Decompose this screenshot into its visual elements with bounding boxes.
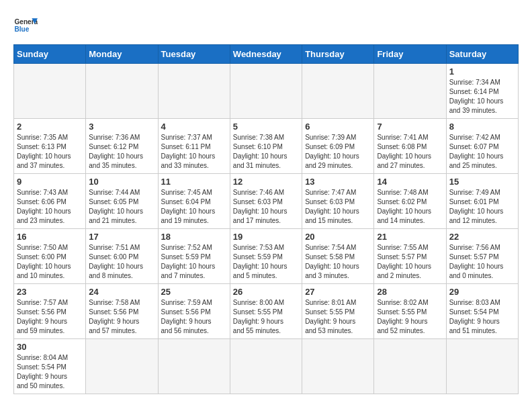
weekday-thursday: Thursday (302, 45, 374, 64)
day-info: Sunrise: 7:58 AM Sunset: 5:56 PM Dayligh… (89, 298, 154, 336)
day-info: Sunrise: 7:39 AM Sunset: 6:09 PM Dayligh… (305, 133, 371, 171)
calendar-cell: 7Sunrise: 7:41 AM Sunset: 6:08 PM Daylig… (374, 119, 446, 174)
logo: General Blue (13, 13, 38, 38)
calendar-cell: 6Sunrise: 7:39 AM Sunset: 6:09 PM Daylig… (302, 119, 374, 174)
day-number: 29 (449, 287, 515, 297)
calendar-cell: 27Sunrise: 8:01 AM Sunset: 5:55 PM Dayli… (302, 284, 374, 339)
calendar-cell: 11Sunrise: 7:45 AM Sunset: 6:04 PM Dayli… (158, 174, 230, 229)
calendar-cell (230, 339, 302, 394)
day-info: Sunrise: 7:54 AM Sunset: 5:58 PM Dayligh… (305, 243, 371, 281)
day-info: Sunrise: 7:59 AM Sunset: 5:56 PM Dayligh… (161, 298, 227, 336)
calendar-cell: 24Sunrise: 7:58 AM Sunset: 5:56 PM Dayli… (86, 284, 158, 339)
day-info: Sunrise: 8:00 AM Sunset: 5:55 PM Dayligh… (233, 298, 299, 336)
day-number: 21 (377, 232, 443, 242)
calendar-row: 9Sunrise: 7:43 AM Sunset: 6:06 PM Daylig… (14, 174, 519, 229)
calendar-cell (230, 64, 302, 119)
calendar-cell (374, 64, 446, 119)
calendar-cell: 10Sunrise: 7:44 AM Sunset: 6:05 PM Dayli… (86, 174, 158, 229)
calendar-cell: 9Sunrise: 7:43 AM Sunset: 6:06 PM Daylig… (14, 174, 86, 229)
day-info: Sunrise: 7:57 AM Sunset: 5:56 PM Dayligh… (17, 298, 83, 336)
day-info: Sunrise: 7:48 AM Sunset: 6:02 PM Dayligh… (377, 188, 443, 226)
day-info: Sunrise: 7:55 AM Sunset: 5:57 PM Dayligh… (377, 243, 443, 281)
day-info: Sunrise: 7:44 AM Sunset: 6:05 PM Dayligh… (89, 188, 154, 226)
calendar-cell: 19Sunrise: 7:53 AM Sunset: 5:59 PM Dayli… (230, 229, 302, 284)
day-number: 18 (161, 232, 227, 242)
day-info: Sunrise: 7:50 AM Sunset: 6:00 PM Dayligh… (17, 243, 83, 281)
calendar-row: 16Sunrise: 7:50 AM Sunset: 6:00 PM Dayli… (14, 229, 519, 284)
calendar-cell (158, 339, 230, 394)
day-number: 26 (233, 287, 299, 297)
calendar-cell: 17Sunrise: 7:51 AM Sunset: 6:00 PM Dayli… (86, 229, 158, 284)
calendar-cell: 29Sunrise: 8:03 AM Sunset: 5:54 PM Dayli… (446, 284, 518, 339)
day-number: 6 (305, 122, 371, 132)
day-info: Sunrise: 7:41 AM Sunset: 6:08 PM Dayligh… (377, 133, 443, 171)
calendar-cell: 20Sunrise: 7:54 AM Sunset: 5:58 PM Dayli… (302, 229, 374, 284)
day-info: Sunrise: 7:37 AM Sunset: 6:11 PM Dayligh… (161, 133, 227, 171)
calendar-cell: 23Sunrise: 7:57 AM Sunset: 5:56 PM Dayli… (14, 284, 86, 339)
day-number: 12 (233, 177, 299, 187)
day-info: Sunrise: 8:03 AM Sunset: 5:54 PM Dayligh… (449, 298, 515, 336)
calendar-cell: 2Sunrise: 7:35 AM Sunset: 6:13 PM Daylig… (14, 119, 86, 174)
calendar-cell: 26Sunrise: 8:00 AM Sunset: 5:55 PM Dayli… (230, 284, 302, 339)
day-info: Sunrise: 7:52 AM Sunset: 5:59 PM Dayligh… (161, 243, 227, 281)
calendar-cell: 13Sunrise: 7:47 AM Sunset: 6:03 PM Dayli… (302, 174, 374, 229)
weekday-header: SundayMondayTuesdayWednesdayThursdayFrid… (14, 45, 519, 64)
day-number: 13 (305, 177, 371, 187)
calendar-cell (446, 339, 518, 394)
calendar-cell: 15Sunrise: 7:49 AM Sunset: 6:01 PM Dayli… (446, 174, 518, 229)
calendar: SundayMondayTuesdayWednesdayThursdayFrid… (13, 44, 519, 394)
day-info: Sunrise: 8:02 AM Sunset: 5:55 PM Dayligh… (377, 298, 443, 336)
calendar-cell: 18Sunrise: 7:52 AM Sunset: 5:59 PM Dayli… (158, 229, 230, 284)
day-number: 25 (161, 287, 227, 297)
day-number: 14 (377, 177, 443, 187)
calendar-cell (302, 64, 374, 119)
calendar-cell: 1Sunrise: 7:34 AM Sunset: 6:14 PM Daylig… (446, 64, 518, 119)
day-number: 1 (449, 66, 515, 77)
day-info: Sunrise: 7:47 AM Sunset: 6:03 PM Dayligh… (305, 188, 371, 226)
header: General Blue (13, 13, 519, 38)
day-info: Sunrise: 7:49 AM Sunset: 6:01 PM Dayligh… (449, 188, 515, 226)
day-number: 23 (17, 287, 83, 297)
calendar-cell: 3Sunrise: 7:36 AM Sunset: 6:12 PM Daylig… (86, 119, 158, 174)
day-number: 4 (161, 122, 227, 132)
calendar-cell: 30Sunrise: 8:04 AM Sunset: 5:54 PM Dayli… (14, 339, 86, 394)
calendar-cell: 28Sunrise: 8:02 AM Sunset: 5:55 PM Dayli… (374, 284, 446, 339)
weekday-friday: Friday (374, 45, 446, 64)
calendar-row: 1Sunrise: 7:34 AM Sunset: 6:14 PM Daylig… (14, 64, 519, 119)
day-number: 16 (17, 232, 83, 242)
calendar-row: 23Sunrise: 7:57 AM Sunset: 5:56 PM Dayli… (14, 284, 519, 339)
calendar-cell (86, 339, 158, 394)
day-info: Sunrise: 8:04 AM Sunset: 5:54 PM Dayligh… (17, 353, 83, 391)
day-info: Sunrise: 7:38 AM Sunset: 6:10 PM Dayligh… (233, 133, 299, 171)
day-info: Sunrise: 7:34 AM Sunset: 6:14 PM Dayligh… (449, 78, 515, 116)
weekday-monday: Monday (86, 45, 158, 64)
day-info: Sunrise: 7:35 AM Sunset: 6:13 PM Dayligh… (17, 133, 83, 171)
day-number: 3 (89, 122, 154, 132)
calendar-cell: 25Sunrise: 7:59 AM Sunset: 5:56 PM Dayli… (158, 284, 230, 339)
calendar-cell: 14Sunrise: 7:48 AM Sunset: 6:02 PM Dayli… (374, 174, 446, 229)
calendar-cell: 12Sunrise: 7:46 AM Sunset: 6:03 PM Dayli… (230, 174, 302, 229)
calendar-cell (158, 64, 230, 119)
day-number: 5 (233, 122, 299, 132)
logo-icon: General Blue (13, 13, 38, 38)
calendar-cell (302, 339, 374, 394)
day-number: 19 (233, 232, 299, 242)
day-number: 8 (449, 122, 515, 132)
weekday-tuesday: Tuesday (158, 45, 230, 64)
day-number: 9 (17, 177, 83, 187)
calendar-row: 2Sunrise: 7:35 AM Sunset: 6:13 PM Daylig… (14, 119, 519, 174)
day-number: 22 (449, 232, 515, 242)
calendar-cell: 8Sunrise: 7:42 AM Sunset: 6:07 PM Daylig… (446, 119, 518, 174)
day-info: Sunrise: 7:51 AM Sunset: 6:00 PM Dayligh… (89, 243, 154, 281)
day-number: 30 (17, 342, 83, 352)
calendar-body: 1Sunrise: 7:34 AM Sunset: 6:14 PM Daylig… (14, 64, 519, 394)
day-info: Sunrise: 7:53 AM Sunset: 5:59 PM Dayligh… (233, 243, 299, 281)
calendar-cell (374, 339, 446, 394)
day-number: 15 (449, 177, 515, 187)
day-info: Sunrise: 7:56 AM Sunset: 5:57 PM Dayligh… (449, 243, 515, 281)
calendar-cell: 22Sunrise: 7:56 AM Sunset: 5:57 PM Dayli… (446, 229, 518, 284)
weekday-saturday: Saturday (446, 45, 518, 64)
calendar-cell (86, 64, 158, 119)
day-info: Sunrise: 7:46 AM Sunset: 6:03 PM Dayligh… (233, 188, 299, 226)
day-number: 10 (89, 177, 154, 187)
